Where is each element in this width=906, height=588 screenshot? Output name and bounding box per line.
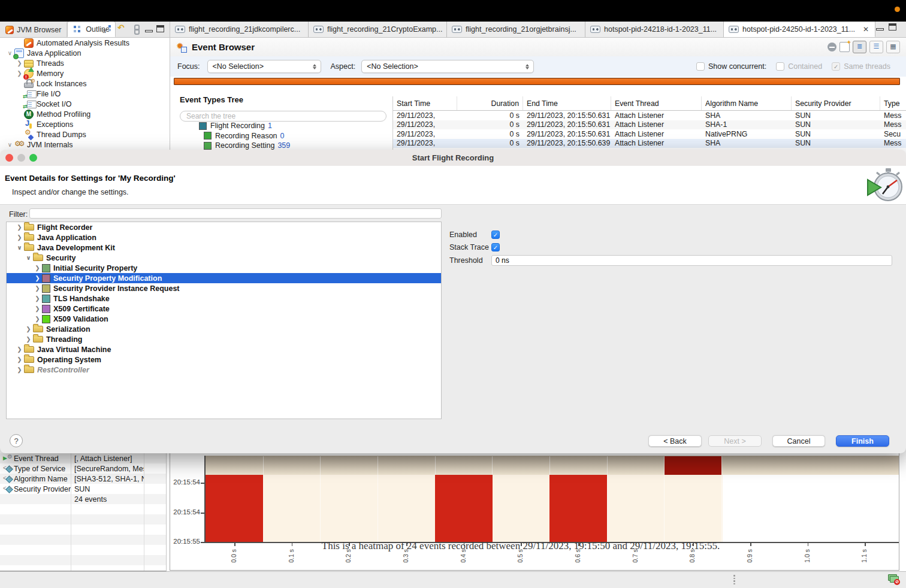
column-header[interactable]: Start Time [393, 96, 457, 110]
aspect-dropdown[interactable]: <No Selection> [361, 60, 534, 73]
remove-icon[interactable] [828, 43, 836, 51]
settings-tree-item[interactable]: ❯Serialization [7, 324, 441, 334]
sidebar-tree-item[interactable]: Thread Dumps [0, 129, 169, 140]
property-row[interactable]: Security ProviderSUN [0, 484, 166, 494]
drag-handle-icon[interactable] [733, 575, 735, 584]
editor-tab[interactable]: flight_recording_21jdkcompilerc... [170, 22, 309, 37]
tab-jvm-browser[interactable]: JVM Browser [0, 22, 67, 37]
cancel-button[interactable]: Cancel [772, 435, 825, 447]
settings-tree-item[interactable]: ❯Security Provider Instance Request [7, 283, 441, 293]
settings-tree-label: Security Property Modification [53, 274, 162, 283]
chevron-right-icon[interactable]: ❯ [33, 275, 42, 281]
settings-tree-item[interactable]: ❯RestController [7, 365, 441, 375]
maximize-icon[interactable] [156, 25, 164, 32]
chevron-right-icon[interactable]: ❯ [24, 326, 33, 332]
sidebar-tree-item[interactable]: Lock Instances [0, 78, 169, 89]
sidebar-tree-item[interactable]: ❯Threads [0, 58, 169, 68]
chevron-right-icon[interactable]: ❯ [33, 316, 42, 322]
new-page-icon[interactable] [839, 42, 850, 52]
focus-dropdown[interactable]: <No Selection> [207, 60, 321, 73]
sidebar-tree-item[interactable]: Method Profiling [0, 109, 169, 119]
maximize-icon[interactable] [889, 23, 896, 31]
table-row[interactable]: 29/11/2023,0 s29/11/2023, 20:15:50.639At… [393, 139, 906, 148]
property-row[interactable]: Event Thread[, Attach Listener] [0, 453, 166, 463]
search-input[interactable] [180, 111, 386, 122]
chevron-right-icon[interactable]: ❯ [15, 224, 24, 231]
sidebar-tree-item[interactable]: ∨JVM Internals [0, 140, 169, 150]
sidebar-tree-item[interactable]: ❯Memory [0, 68, 169, 78]
chevron-right-icon[interactable]: ❯ [15, 60, 24, 66]
back-button[interactable]: < Back [648, 435, 702, 447]
minimize-icon[interactable] [876, 28, 884, 31]
settings-tree-item[interactable]: ❯Java Virtual Machine [7, 344, 441, 354]
event-type-item[interactable]: Flight Recording1 [191, 121, 388, 131]
collapse-icon[interactable] [116, 24, 127, 34]
column-header[interactable]: End Time [523, 96, 611, 110]
chevron-right-icon[interactable]: ❯ [15, 356, 24, 363]
folder-icon [33, 336, 43, 343]
heatmap-top-band [205, 456, 899, 475]
chevron-right-icon[interactable]: ❯ [15, 366, 24, 373]
column-header[interactable]: Duration [457, 96, 523, 110]
settings-tree-item[interactable]: ❯TLS Handshake [7, 293, 441, 304]
event-type-item[interactable]: Recording Reason0 [191, 131, 388, 141]
help-button[interactable]: ? [10, 434, 23, 447]
timeline-range-bar[interactable] [174, 78, 900, 85]
chevron-right-icon[interactable]: ❯ [15, 70, 24, 77]
close-icon[interactable]: ✕ [862, 25, 870, 34]
table-row[interactable]: 29/11/2023,0 s29/11/2023, 20:15:50.631At… [393, 111, 906, 120]
chevron-down-icon[interactable]: ∨ [5, 141, 14, 148]
editor-tab[interactable]: flight_recording_21CryptoExamp... [309, 22, 447, 37]
enabled-checkbox[interactable] [491, 231, 500, 239]
chevron-down-icon[interactable]: ∨ [15, 244, 24, 251]
grouped-view-icon[interactable]: ≣ [853, 41, 866, 53]
link-with-editor-icon[interactable] [131, 24, 141, 34]
editor-tab[interactable]: hotspot-pid-24250-id-1-2023_11...✕ [724, 22, 875, 37]
minimize-icon[interactable] [145, 30, 153, 32]
event-type-item[interactable]: Recording Setting359 [191, 141, 388, 150]
chevron-right-icon[interactable]: ❯ [33, 295, 42, 302]
table-view-icon[interactable]: ▦ [886, 41, 900, 53]
column-header[interactable]: Type [880, 96, 906, 110]
stack-trace-checkbox[interactable] [491, 243, 500, 251]
finish-button[interactable]: Finish [836, 435, 889, 447]
property-row[interactable]: Type of Service[SecureRandom, Mess [0, 463, 166, 474]
chevron-right-icon[interactable]: ❯ [15, 234, 24, 241]
column-header[interactable]: Algorithm Name [702, 96, 792, 110]
chevron-down-icon[interactable]: ∨ [24, 254, 33, 261]
settings-tree-item[interactable]: ❯Security Property Modification [7, 273, 441, 283]
property-value [71, 565, 144, 571]
settings-tree-item[interactable]: ❯Initial Security Property [7, 263, 441, 273]
property-row[interactable]: 24 events [0, 494, 166, 504]
threshold-input[interactable] [491, 255, 892, 266]
editor-tab[interactable]: hotspot-pid-24218-id-1-2023_11... [585, 22, 724, 37]
editor-tab[interactable]: flight_recording_21orgjetbrainsj... [447, 22, 585, 37]
settings-tree-item[interactable]: ∨Java Development Kit [7, 243, 441, 253]
column-header[interactable]: Security Provider [792, 96, 880, 110]
table-row[interactable]: 29/11/2023,0 s29/11/2023, 20:15:50.631At… [393, 129, 906, 139]
chevron-right-icon[interactable]: ❯ [33, 265, 42, 271]
sidebar-tree-item[interactable]: ∨Java Application [0, 48, 169, 58]
sort-tree-icon[interactable] [102, 24, 113, 34]
background-jobs-icon[interactable]: ⊘ [887, 573, 900, 585]
settings-tree-item[interactable]: ∨Security [7, 253, 441, 263]
show-concurrent-checkbox[interactable] [696, 62, 705, 71]
property-row[interactable]: Algorithm Name[SHA3-512, SHA-1, Na [0, 474, 166, 484]
list-view-icon[interactable]: ☰ [869, 41, 883, 53]
sidebar-tree-item[interactable]: File I/O [0, 89, 169, 99]
settings-tree-item[interactable]: ❯Operating System [7, 354, 441, 365]
settings-tree-item[interactable]: ❯X509 Validation [7, 314, 441, 324]
filter-input[interactable] [29, 208, 442, 219]
settings-tree-item[interactable]: ❯Threading [7, 334, 441, 344]
sidebar-tree-item[interactable]: Automated Analysis Results [0, 38, 169, 48]
column-header[interactable]: Event Thread [611, 96, 702, 110]
chevron-right-icon[interactable]: ❯ [33, 285, 42, 292]
settings-tree-item[interactable]: ❯X509 Certificate [7, 304, 441, 314]
sidebar-tree-item[interactable]: Socket I/O [0, 99, 169, 109]
chevron-right-icon[interactable]: ❯ [33, 305, 42, 312]
table-row[interactable]: 29/11/2023,0 s29/11/2023, 20:15:50.631At… [393, 120, 906, 130]
chevron-right-icon[interactable]: ❯ [15, 346, 24, 353]
settings-tree-item[interactable]: ❯Java Application [7, 232, 441, 243]
settings-tree-item[interactable]: ❯Flight Recorder [7, 222, 441, 232]
chevron-right-icon[interactable]: ❯ [24, 336, 33, 343]
